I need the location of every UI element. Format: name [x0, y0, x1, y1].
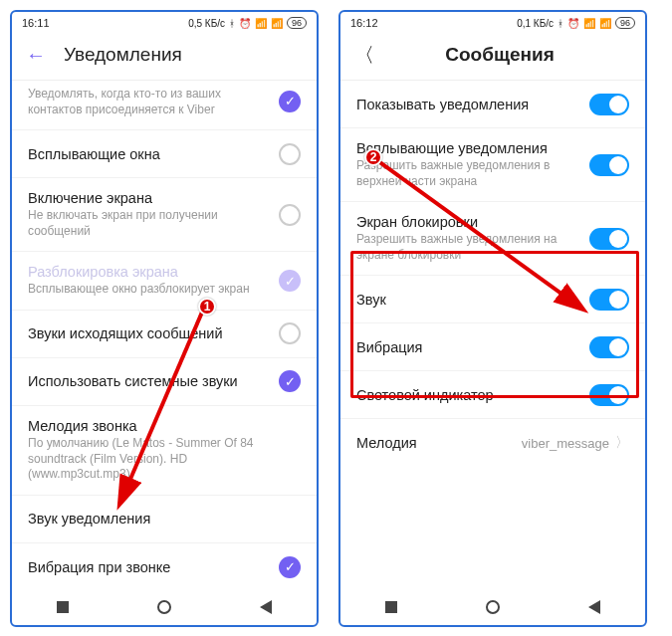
checkbox-icon[interactable] — [279, 143, 301, 165]
status-bar: 16:12 0,1 КБ/с ᚼ ⏰ 📶 📶 96 — [340, 12, 645, 34]
row-led[interactable]: Световой индикатор — [340, 371, 645, 419]
row-value: viber_message — [522, 436, 609, 451]
checkbox-icon[interactable] — [279, 204, 301, 226]
row-lockscreen[interactable]: Экран блокировки Разрешить важные уведом… — [340, 202, 645, 276]
row-screen-on[interactable]: Включение экрана Не включать экран при п… — [12, 178, 317, 252]
wifi-icon: 📶 — [599, 18, 611, 29]
row-title: Использовать системные звуки — [28, 373, 269, 389]
row-system-sounds[interactable]: Использовать системные звуки ✓ — [12, 358, 317, 406]
wifi-icon: 📶 — [271, 18, 283, 29]
row-popups[interactable]: Всплывающие окна — [12, 130, 317, 178]
bluetooth-icon: ᚼ — [558, 18, 563, 29]
row-sub: Не включать экран при получении сообщени… — [28, 208, 269, 239]
row-unlock: Разблокировка экрана Всплывающее окно ра… — [12, 252, 317, 311]
alarm-icon: ⏰ — [567, 18, 579, 29]
row-title: Всплывающие уведомления — [356, 140, 579, 156]
row-title: Разблокировка экрана — [28, 264, 269, 280]
row-sound[interactable]: Звук — [340, 276, 645, 323]
row-popup-notifications[interactable]: Всплывающие уведомления Разрешить важные… — [340, 128, 645, 202]
row-title: Показывать уведомления — [356, 97, 579, 112]
signal-icon: 📶 — [255, 18, 267, 29]
toggle-switch[interactable] — [589, 384, 629, 406]
checkbox-icon[interactable]: ✓ — [279, 556, 301, 578]
row-title: Включение экрана — [28, 190, 269, 206]
row-sub: По умолчанию (Le Matos - Summer Of 84 so… — [28, 436, 291, 483]
header: 〈 Сообщения — [340, 34, 645, 81]
recent-apps-icon[interactable] — [385, 601, 397, 613]
android-navbar — [12, 589, 317, 625]
checkbox-icon[interactable]: ✓ — [279, 370, 301, 392]
checkbox-icon[interactable] — [279, 322, 301, 344]
android-navbar — [340, 589, 645, 625]
row-title: Экран блокировки — [356, 214, 579, 230]
row-title: Звук — [356, 292, 579, 308]
row-vibrate-call[interactable]: Вибрация при звонке ✓ — [12, 543, 317, 589]
back-nav-icon[interactable] — [588, 600, 600, 614]
settings-list: Показывать уведомления Всплывающие уведо… — [340, 81, 645, 589]
row-sub: Уведомлять, когда кто-то из ваших контак… — [28, 87, 269, 117]
row-title: Световой индикатор — [356, 387, 579, 403]
row-title: Вибрация — [356, 339, 579, 355]
chevron-right-icon: 〉 — [615, 434, 629, 452]
checkbox-icon: ✓ — [279, 270, 301, 292]
status-time: 16:12 — [350, 17, 378, 29]
battery-pill: 96 — [615, 17, 635, 29]
status-net: 0,5 КБ/с — [188, 18, 225, 29]
home-icon[interactable] — [157, 600, 171, 614]
toggle-switch[interactable] — [589, 289, 629, 311]
row-title: Звук уведомления — [28, 511, 291, 527]
back-chevron-icon[interactable]: 〈 — [354, 45, 378, 65]
toggle-switch[interactable] — [589, 228, 629, 250]
home-icon[interactable] — [486, 600, 500, 614]
status-right: 0,5 КБ/с ᚼ ⏰ 📶 📶 96 — [188, 17, 307, 29]
toggle-switch[interactable] — [589, 94, 629, 115]
row-sub: Всплывающее окно разблокирует экран — [28, 282, 269, 298]
row-notification-sound[interactable]: Звук уведомления — [12, 496, 317, 543]
row-sub: Разрешить важные уведомления в верхней ч… — [356, 158, 579, 189]
row-vibration[interactable]: Вибрация — [340, 323, 645, 371]
back-nav-icon[interactable] — [260, 600, 272, 614]
row-title: Вибрация при звонке — [28, 559, 269, 575]
battery-pill: 96 — [287, 17, 307, 29]
row-ringtone[interactable]: Мелодия звонка По умолчанию (Le Matos - … — [12, 406, 317, 496]
checkbox-icon[interactable]: ✓ — [279, 91, 301, 112]
page-title: Сообщения — [392, 44, 607, 66]
status-bar: 16:11 0,5 КБ/с ᚼ ⏰ 📶 📶 96 — [12, 12, 317, 34]
bluetooth-icon: ᚼ — [229, 18, 235, 29]
row-title: Мелодия — [356, 435, 512, 451]
toggle-switch[interactable] — [589, 336, 629, 358]
phone-right: 16:12 0,1 КБ/с ᚼ ⏰ 📶 📶 96 〈 Сообщения По… — [338, 10, 647, 627]
alarm-icon: ⏰ — [239, 18, 251, 29]
page-title: Уведомления — [64, 44, 182, 66]
recent-apps-icon[interactable] — [57, 601, 69, 613]
row-sub: Разрешить важные уведомления на экране б… — [356, 232, 579, 263]
signal-icon: 📶 — [583, 18, 595, 29]
row-title: Всплывающие окна — [28, 146, 269, 162]
row-title: Звуки исходящих сообщений — [28, 325, 269, 341]
status-net: 0,1 КБ/с — [517, 18, 554, 29]
status-right: 0,1 КБ/с ᚼ ⏰ 📶 📶 96 — [517, 17, 635, 29]
row-show-notifications[interactable]: Показывать уведомления — [340, 81, 645, 128]
row-title: Мелодия звонка — [28, 418, 291, 434]
back-arrow-icon[interactable]: ← — [26, 45, 50, 65]
status-time: 16:11 — [22, 17, 50, 29]
row-contact-joined[interactable]: Уведомлять, когда кто-то из ваших контак… — [12, 81, 317, 130]
row-outgoing-sounds[interactable]: Звуки исходящих сообщений — [12, 311, 317, 358]
phone-left: 16:11 0,5 КБ/с ᚼ ⏰ 📶 📶 96 ← Уведомления … — [10, 10, 319, 627]
header: ← Уведомления — [12, 34, 317, 81]
row-melody[interactable]: Мелодия viber_message 〉 — [340, 419, 645, 467]
toggle-switch[interactable] — [589, 154, 629, 176]
settings-list: Уведомлять, когда кто-то из ваших контак… — [12, 81, 317, 589]
